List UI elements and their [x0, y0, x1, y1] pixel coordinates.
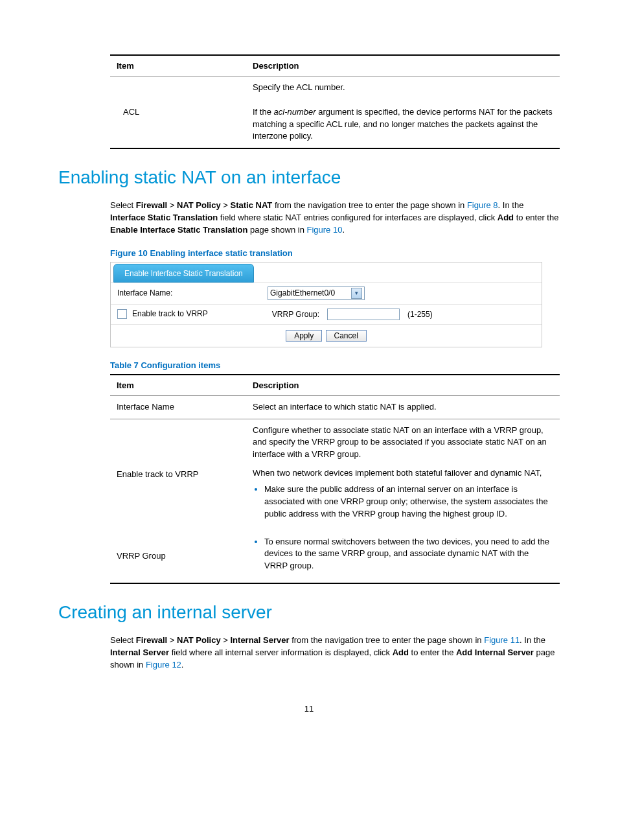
table-7-caption: Table 7 Configuration items: [110, 360, 560, 370]
text: . In the: [520, 635, 545, 645]
figure-11-link[interactable]: Figure 11: [484, 635, 520, 645]
text: .: [342, 225, 345, 235]
interface-name-select[interactable]: GigabitEthernet0/0 ▾: [268, 286, 365, 300]
add-bold: Add: [393, 648, 409, 657]
nat-policy-bold: NAT Policy: [177, 635, 221, 645]
text: When two network devices implement both …: [253, 467, 553, 480]
interface-static-translation-bold: Interface Static Translation: [110, 213, 218, 222]
figure-12-link[interactable]: Figure 12: [146, 660, 181, 670]
table-header-desc: Description: [246, 55, 560, 76]
acl-desc-line1: Specify the ACL number.: [253, 82, 345, 92]
section1-paragraph: Select Firewall > NAT Policy > Static NA…: [110, 200, 560, 237]
text: Select: [110, 200, 136, 210]
internal-server-bold: Internal Server: [110, 648, 169, 657]
vrrp-group-item: VRRP Group: [110, 531, 246, 584]
acl-number-arg: acl-number: [274, 107, 316, 117]
text: >: [167, 200, 177, 210]
enable-track-vrrp-label: Enable track to VRRP: [132, 309, 208, 318]
acl-desc-line2a: If the: [253, 107, 274, 117]
text: from the navigation tree to enter the pa…: [272, 200, 467, 210]
text: page shown in: [247, 225, 306, 235]
interface-name-label: Interface Name:: [117, 288, 260, 298]
text: to enter the: [409, 648, 456, 657]
vrrp-group-hint: (1-255): [407, 310, 433, 319]
text: . In the: [498, 200, 524, 210]
table-header-item: Item: [110, 55, 246, 76]
figure-8-link[interactable]: Figure 8: [467, 200, 498, 210]
text: field where static NAT entries configure…: [218, 213, 498, 222]
add-bold: Add: [498, 213, 514, 222]
text: >: [167, 635, 177, 645]
heading-enable-static-nat: Enabling static NAT on an interface: [58, 167, 560, 188]
internal-server-bold: Internal Server: [231, 635, 290, 645]
section2-paragraph: Select Firewall > NAT Policy > Internal …: [110, 635, 560, 671]
text: Configure whether to associate static NA…: [253, 425, 547, 460]
figure-10-caption: Figure 10 Enabling interface static tran…: [110, 248, 560, 258]
firewall-bold: Firewall: [136, 200, 167, 210]
page-number: 11: [58, 704, 560, 714]
enable-track-vrrp-field: Enable track to VRRP: [117, 309, 260, 319]
vrrp-group-input[interactable]: [327, 309, 400, 320]
acl-desc: Specify the ACL number. If the acl-numbe…: [246, 76, 560, 149]
enable-ist-bold: Enable Interface Static Translation: [110, 225, 247, 235]
enable-track-vrrp-desc: Configure whether to associate static NA…: [246, 419, 560, 530]
interface-name-item: Interface Name: [110, 395, 246, 419]
acl-item: ACL: [110, 76, 246, 149]
apply-button[interactable]: Apply: [286, 330, 322, 342]
tab-enable-interface-static-translation[interactable]: Enable Interface Static Translation: [113, 264, 254, 283]
vrrp-group-label: VRRP Group:: [268, 310, 319, 319]
text: field where all internal server informat…: [169, 648, 393, 657]
text: .: [181, 660, 184, 670]
enable-track-vrrp-item: Enable track to VRRP: [110, 419, 246, 530]
figure-10-link[interactable]: Figure 10: [306, 225, 342, 235]
vrrp-group-desc: To ensure normal switchovers between the…: [246, 531, 560, 584]
enable-track-vrrp-checkbox[interactable]: [117, 309, 127, 319]
acl-table: Item Description ACL Specify the ACL num…: [110, 54, 560, 149]
text: >: [221, 200, 231, 210]
text: to enter the: [514, 213, 558, 222]
nat-policy-bold: NAT Policy: [177, 200, 221, 210]
list-item: To ensure normal switchovers between the…: [264, 536, 553, 573]
static-nat-bold: Static NAT: [231, 200, 273, 210]
heading-creating-internal-server: Creating an internal server: [58, 602, 560, 623]
chevron-down-icon: ▾: [351, 288, 362, 299]
text: >: [221, 635, 231, 645]
firewall-bold: Firewall: [136, 635, 167, 645]
interface-name-desc: Select an interface to which static NAT …: [246, 395, 560, 419]
add-internal-server-bold: Add Internal Server: [456, 648, 534, 657]
figure-10-screenshot: Enable Interface Static Translation Inte…: [110, 262, 542, 347]
table-header-desc: Description: [246, 375, 560, 396]
table-header-item: Item: [110, 375, 246, 396]
text: Select: [110, 635, 136, 645]
interface-name-value: GigabitEthernet0/0: [270, 288, 335, 298]
list-item: Make sure the public address of an inter…: [264, 484, 553, 520]
table-7: Item Description Interface Name Select a…: [110, 374, 560, 584]
text: from the navigation tree to enter the pa…: [290, 635, 485, 645]
cancel-button[interactable]: Cancel: [326, 330, 367, 342]
